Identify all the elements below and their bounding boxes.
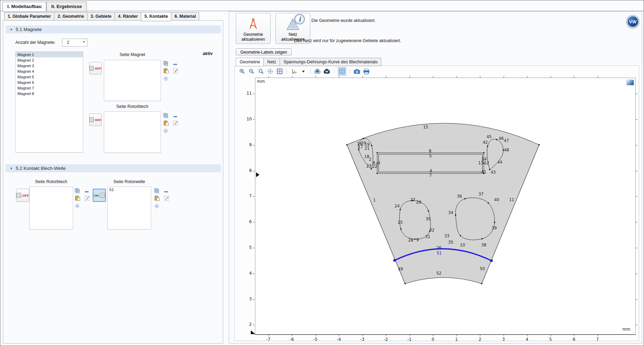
sub-tab-2[interactable]: 2. Geometrie (54, 12, 87, 21)
paste-selection-icon[interactable] (75, 195, 80, 201)
anzahl-select[interactable]: 2 ▼ (62, 39, 87, 47)
copy-selection-icon[interactable] (163, 61, 169, 66)
svg-text:13: 13 (478, 160, 483, 165)
axis-tick-label: 5 (545, 337, 556, 342)
list-item[interactable]: Magnet 4 (16, 69, 83, 74)
axis-tick-label: 7 (239, 194, 252, 198)
main-tab-1[interactable]: I. Modellaufbau (2, 2, 46, 12)
clear-selection-icon[interactable] (84, 196, 90, 201)
svg-text:15: 15 (423, 125, 428, 129)
caret-down-icon[interactable] (300, 68, 307, 75)
remove-selection-icon[interactable] (84, 189, 90, 195)
section-header-magnete[interactable]: ▼ 5.1 Magnete (6, 25, 221, 33)
svg-text:31: 31 (425, 234, 430, 239)
zoom-to-selection-icon[interactable] (163, 128, 169, 134)
axis-tick-label: -7 (263, 337, 274, 342)
sub-tab-6[interactable]: 6. Material (171, 12, 199, 21)
axis-tick (574, 76, 574, 78)
axis-tick (253, 196, 255, 197)
axis-tick (253, 94, 255, 94)
kontakt-rotorwelle-selection-list[interactable]: 51 (107, 187, 151, 230)
seite-rotorblech-selection-list[interactable] (104, 111, 161, 153)
view-tab-3[interactable]: Spannungs-Dehnungs-Kurve des Blechmateri… (280, 58, 381, 66)
seite-magnet-actions (163, 61, 180, 82)
copy-selection-icon[interactable] (154, 188, 160, 194)
axis-tick (636, 299, 637, 300)
view-tab-bar: GeometrieNetzSpannungs-Dehnungs-Kurve de… (236, 58, 381, 66)
grid-icon[interactable] (338, 67, 346, 76)
axis-tick (269, 76, 269, 78)
axis-tick (636, 119, 637, 120)
svg-text:3: 3 (378, 160, 380, 165)
zoom-out-icon[interactable] (248, 68, 255, 75)
copy-selection-icon[interactable] (163, 113, 169, 118)
list-item[interactable]: Magnet 3 (16, 63, 83, 69)
list-item[interactable]: Magnet 8 (16, 91, 83, 96)
fit-view-icon[interactable] (276, 68, 283, 75)
list-item[interactable]: Magnet 6 (16, 80, 83, 85)
sub-tab-5[interactable]: 5. Kontakte (141, 12, 171, 21)
paste-selection-icon[interactable] (163, 68, 169, 73)
paste-selection-icon[interactable] (154, 195, 160, 201)
sub-tab-3[interactable]: 3. Gebiete (87, 12, 115, 21)
sub-tab-4[interactable]: 4. Ränder (115, 12, 141, 21)
axis-tick-label: 6 (569, 337, 579, 342)
export-image-dark-icon[interactable] (324, 68, 331, 75)
main-tab-2[interactable]: II. Ergebnisse (46, 2, 87, 11)
axis-tick (363, 76, 363, 78)
section-title: 5.1 Magnete (16, 27, 42, 32)
axis-tick (363, 335, 363, 336)
list-item[interactable]: Magnet 2 (16, 57, 83, 63)
zoom-extents-icon[interactable] (267, 68, 274, 75)
remove-selection-icon[interactable] (173, 62, 178, 68)
clear-selection-icon[interactable] (164, 196, 169, 201)
copy-selection-icon[interactable] (75, 188, 80, 194)
zoom-to-selection-icon[interactable] (154, 203, 160, 209)
export-image-icon[interactable] (314, 68, 321, 75)
sub-tab-bar: 1. Globale Parameter2. Geometrie3. Gebie… (4, 12, 199, 21)
zoom-in-icon[interactable] (239, 68, 246, 75)
axis-tick-label: 3 (239, 297, 252, 301)
kontakt-rotorwelle-toggle[interactable]: ON (93, 189, 106, 202)
camera-icon[interactable] (354, 68, 360, 75)
seite-rotorblech-toggle[interactable]: OFF (89, 113, 102, 126)
axis-tick (504, 335, 504, 336)
axis-tick (457, 335, 457, 336)
list-item[interactable]: Magnet 5 (16, 74, 83, 80)
clear-selection-icon[interactable] (173, 120, 178, 126)
list-item[interactable]: Magnet 1 (16, 52, 83, 57)
axis-tick (527, 335, 527, 336)
printer-icon[interactable] (363, 68, 370, 75)
geometrie-aktualisieren-button[interactable]: Geometrie aktualisieren (236, 13, 271, 44)
collapse-icon: ▼ (10, 167, 13, 170)
clear-selection-icon[interactable] (173, 68, 178, 74)
axis-tick-label: 2 (475, 337, 485, 342)
view-tab-1[interactable]: Geometrie (236, 58, 263, 66)
magnet-list[interactable]: Magnet 1Magnet 2Magnet 3Magnet 4Magnet 5… (15, 52, 83, 153)
aktiv-label: aktiv (203, 51, 222, 56)
geometrie-labels-zeigen-button[interactable]: Geometrie-Labels zeigen (236, 48, 292, 55)
svg-text:37: 37 (479, 192, 484, 197)
kontakt-rotorblech-actions (75, 188, 91, 210)
kontakt-rotorblech-selection-list[interactable] (29, 187, 73, 230)
paste-selection-icon[interactable] (163, 120, 169, 126)
view-orientation-icon[interactable] (290, 68, 297, 75)
svg-text:26: 26 (436, 245, 442, 250)
zoom-box-icon[interactable] (257, 68, 264, 75)
remove-selection-icon[interactable] (173, 114, 178, 120)
seite-magnet-toggle[interactable]: OFF (89, 62, 102, 74)
sub-tab-1[interactable]: 1. Globale Parameter (4, 12, 54, 21)
zoom-to-selection-icon[interactable] (163, 76, 169, 81)
axis-tick (636, 94, 637, 94)
list-item[interactable]: 51 (108, 187, 151, 192)
seite-magnet-selection-list[interactable] (104, 60, 161, 101)
view-tab-2[interactable]: Netz (263, 58, 280, 66)
plot-window-icon[interactable] (627, 80, 634, 85)
plot-area[interactable]: 1516201917211822322638547141312414344484… (255, 78, 636, 335)
axis-tick (253, 145, 255, 146)
kontakt-rotorblech-toggle[interactable]: OFF (16, 189, 29, 202)
section-header-kontakt[interactable]: ▼ 5.2 Kontakt Blech-Welle (6, 164, 221, 172)
remove-selection-icon[interactable] (164, 189, 169, 195)
zoom-to-selection-icon[interactable] (75, 203, 80, 209)
list-item[interactable]: Magnet 7 (16, 85, 83, 91)
